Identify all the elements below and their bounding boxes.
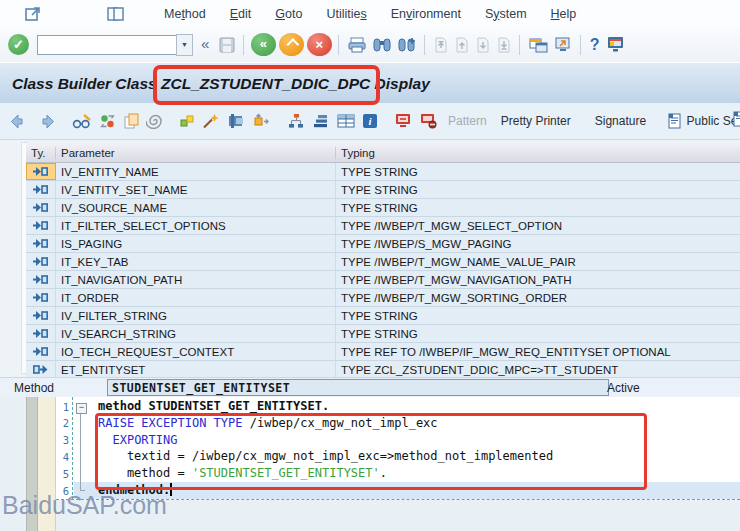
code-line[interactable]: EXPORTING	[98, 433, 177, 447]
exit-button[interactable]	[279, 33, 304, 56]
code-line[interactable]: textid = /iwbep/cx_mgw_not_impl_exc=>met…	[98, 449, 553, 463]
object-hierarchy-button[interactable]	[285, 112, 307, 130]
public-section-button[interactable]: Public Section	[665, 112, 740, 130]
first-page-button[interactable]	[432, 36, 450, 54]
importing-type-cell[interactable]	[26, 271, 56, 288]
arrow-left-icon	[10, 114, 29, 129]
class-documentation-button[interactable]	[225, 112, 247, 130]
table-view-button[interactable]	[335, 113, 357, 129]
importing-type-cell[interactable]	[26, 199, 56, 216]
spiral-icon	[146, 113, 162, 129]
importing-type-cell[interactable]	[26, 307, 56, 324]
command-dropdown-button[interactable]: ▼	[176, 34, 193, 56]
find-next-button[interactable]	[396, 36, 418, 53]
pretty-printer-button[interactable]: Pretty Printer	[494, 111, 578, 131]
last-page-button[interactable]	[495, 36, 513, 54]
code-line[interactable]: RAISE EXCEPTION TYPE /iwbep/cx_mgw_not_i…	[98, 416, 438, 430]
customize-layout-button[interactable]	[605, 35, 627, 54]
menu-items: MethodEditGotoUtilitiesEnvironmentSystem…	[152, 3, 588, 25]
importing-parameter-icon	[33, 311, 48, 320]
debug-session-button[interactable]	[393, 112, 415, 130]
refresh-button[interactable]	[97, 112, 118, 130]
monitor-icon	[607, 36, 625, 53]
stop-session-button[interactable]	[418, 112, 440, 130]
table-row[interactable]: IT_NAVIGATION_PATHTYPE /IWBEP/T_MGW_NAVI…	[26, 271, 740, 289]
find-button[interactable]	[371, 36, 393, 53]
enter-button[interactable]: ✓	[8, 34, 29, 55]
table-row[interactable]: IT_FILTER_SELECT_OPTIONSTYPE /IWBEP/T_MG…	[26, 217, 740, 235]
importing-type-cell[interactable]	[26, 217, 56, 234]
previous-page-button[interactable]	[453, 36, 471, 54]
back-icon: «	[260, 37, 267, 50]
code-editor[interactable]: 123456 − method STUDENTSET_GET_ENTITYSET…	[0, 397, 740, 531]
sap-session-icon[interactable]	[106, 6, 126, 22]
save-button[interactable]	[217, 36, 237, 54]
nav-forward-button[interactable]	[34, 113, 57, 130]
parameter-name-cell: IO_TECH_REQUEST_CONTEXT	[56, 343, 336, 360]
table-row[interactable]: IV_FILTER_STRINGTYPE STRING	[26, 307, 740, 325]
print-button[interactable]	[346, 36, 368, 54]
table-row[interactable]: IO_TECH_REQUEST_CONTEXTTYPE REF TO /IWBE…	[26, 343, 740, 361]
importing-type-cell[interactable]	[26, 163, 56, 180]
table-row[interactable]: IS_PAGINGTYPE /IWBEP/S_MGW_PAGING	[26, 235, 740, 253]
table-row[interactable]: IV_SEARCH_STRINGTYPE STRING	[26, 325, 740, 343]
back-button[interactable]: «	[251, 33, 276, 56]
test-button[interactable]	[200, 112, 222, 130]
help-button[interactable]: ?	[588, 35, 602, 55]
command-field[interactable]	[37, 35, 177, 55]
copy-button[interactable]	[121, 112, 141, 130]
parameters-table-area: Ty. Parameter Typing IV_ENTITY_NAMETYPE …	[0, 140, 740, 377]
nav-back-button[interactable]	[8, 113, 31, 130]
clipped-icon[interactable]	[732, 111, 740, 131]
cancel-button[interactable]: ×	[307, 33, 332, 56]
create-shortcut-button[interactable]	[553, 36, 574, 54]
pattern-button: Pattern	[441, 111, 494, 131]
activate-button[interactable]	[144, 112, 164, 130]
display-change-button[interactable]	[70, 112, 94, 131]
signature-button[interactable]: Signature	[588, 111, 653, 131]
parameter-name-cell: IV_ENTITY_SET_NAME	[56, 181, 336, 198]
table-row[interactable]: IT_ORDERTYPE /IWBEP/T_MGW_SORTING_ORDER	[26, 289, 740, 307]
red-monitor-icon	[395, 113, 413, 129]
importing-type-cell[interactable]	[26, 235, 56, 252]
menu-goto[interactable]: Goto	[263, 3, 314, 25]
code-line[interactable]: method STUDENTSET_GET_ENTITYSET.	[98, 399, 329, 413]
table-row[interactable]: IT_KEY_TABTYPE /IWBEP/T_MGW_NAME_VALUE_P…	[26, 253, 740, 271]
collapse-command-button[interactable]: «	[201, 35, 209, 52]
typing-cell: TYPE STRING	[336, 199, 740, 216]
importing-type-cell[interactable]	[26, 325, 56, 342]
new-session-button[interactable]	[527, 36, 550, 54]
standard-toolbar: ✓ ▼ « « × ?	[0, 27, 740, 63]
next-page-icon	[476, 37, 490, 53]
cancel-icon: ×	[316, 38, 324, 51]
menu-bar: MethodEditGotoUtilitiesEnvironmentSystem…	[0, 0, 740, 28]
next-page-button[interactable]	[474, 36, 492, 54]
typing-cell: TYPE STRING	[336, 307, 740, 324]
menu-system[interactable]: System	[473, 3, 539, 25]
method-name-field[interactable]	[107, 379, 609, 396]
importing-type-cell[interactable]	[26, 181, 56, 198]
menu-environment[interactable]: Environment	[379, 3, 473, 25]
importing-type-cell[interactable]	[26, 289, 56, 306]
importing-type-cell[interactable]	[26, 253, 56, 270]
check-squares-icon	[179, 113, 195, 129]
table-row[interactable]: IV_SOURCE_NAMETYPE STRING	[26, 199, 740, 217]
table-row[interactable]: IV_ENTITY_SET_NAMETYPE STRING	[26, 181, 740, 199]
exporting-type-cell[interactable]	[26, 361, 56, 378]
sort-levels-button[interactable]	[310, 112, 332, 130]
system-menu-icon[interactable]	[24, 5, 42, 23]
menu-edit[interactable]: Edit	[218, 3, 264, 25]
column-header-parameter[interactable]: Parameter	[56, 147, 336, 159]
menu-method[interactable]: Method	[152, 3, 218, 25]
table-row[interactable]: IV_ENTITY_NAMETYPE STRING	[26, 163, 740, 181]
fold-collapse-icon[interactable]: −	[76, 403, 87, 414]
menu-help[interactable]: Help	[539, 3, 589, 25]
info-button[interactable]: i	[360, 112, 380, 130]
where-used-button[interactable]	[250, 112, 272, 130]
menu-utilities[interactable]: Utilities	[314, 3, 378, 25]
code-line[interactable]: method = 'STUDENTSET_GET_ENTITYSET'.	[98, 466, 387, 480]
column-header-typing[interactable]: Typing	[336, 147, 740, 159]
syntax-check-button[interactable]	[177, 112, 197, 130]
column-header-ty[interactable]: Ty.	[26, 147, 56, 159]
importing-type-cell[interactable]	[26, 343, 56, 360]
